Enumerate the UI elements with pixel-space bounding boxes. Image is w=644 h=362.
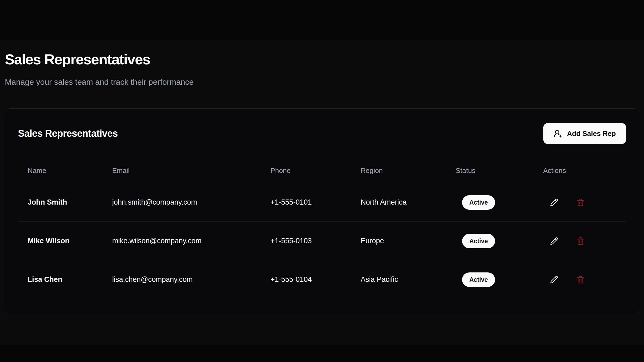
cell-phone: +1-555-0101 <box>261 183 351 222</box>
row-actions <box>550 237 616 245</box>
row-actions <box>550 198 616 207</box>
pencil-icon <box>550 237 558 245</box>
page-title: Sales Representatives <box>5 50 639 68</box>
column-header-name: Name <box>18 156 103 183</box>
trash-icon <box>576 276 584 284</box>
main-content: Sales Representatives Manage your sales … <box>0 40 644 345</box>
delete-button[interactable] <box>576 198 585 207</box>
table-body: John Smith john.smith@company.com +1-555… <box>18 183 626 299</box>
edit-button[interactable] <box>550 198 558 207</box>
add-sales-rep-button[interactable]: Add Sales Rep <box>543 123 626 144</box>
cell-region: Asia Pacific <box>351 260 446 299</box>
sales-reps-table: Name Email Phone Region Status Actions J… <box>18 156 626 299</box>
table-row: Lisa Chen lisa.chen@company.com +1-555-0… <box>18 260 626 299</box>
trash-icon <box>576 237 584 245</box>
status-badge: Active <box>462 234 495 248</box>
edit-button[interactable] <box>550 275 558 284</box>
add-sales-rep-label: Add Sales Rep <box>567 130 616 138</box>
user-round-plus-icon <box>554 129 562 138</box>
trash-icon <box>576 198 584 206</box>
status-badge: Active <box>462 195 495 210</box>
cell-name: Mike Wilson <box>18 222 103 260</box>
app-background: Sales Representatives Manage your sales … <box>0 0 644 362</box>
card-title: Sales Representatives <box>18 128 118 139</box>
column-header-actions: Actions <box>533 156 626 183</box>
cell-region: North America <box>351 183 446 222</box>
cell-email: john.smith@company.com <box>103 183 261 222</box>
cell-email: lisa.chen@company.com <box>103 260 261 299</box>
row-actions <box>550 275 616 284</box>
table-row: John Smith john.smith@company.com +1-555… <box>18 183 626 222</box>
page-subtitle: Manage your sales team and track their p… <box>5 77 639 87</box>
delete-button[interactable] <box>576 275 585 284</box>
pencil-icon <box>550 198 558 206</box>
cell-phone: +1-555-0103 <box>261 222 351 260</box>
table-row: Mike Wilson mike.wilson@company.com +1-5… <box>18 222 626 260</box>
cell-name: John Smith <box>18 183 103 222</box>
sales-reps-table-wrap: Name Email Phone Region Status Actions J… <box>5 156 639 299</box>
table-header: Name Email Phone Region Status Actions <box>18 156 626 183</box>
delete-button[interactable] <box>576 237 585 245</box>
column-header-email: Email <box>103 156 261 183</box>
edit-button[interactable] <box>550 237 558 245</box>
sales-reps-card: Sales Representatives Add Sales Rep <box>5 108 639 314</box>
status-badge: Active <box>462 272 495 287</box>
column-header-status: Status <box>446 156 533 183</box>
column-header-region: Region <box>351 156 446 183</box>
cell-phone: +1-555-0104 <box>261 260 351 299</box>
cell-name: Lisa Chen <box>18 260 103 299</box>
pencil-icon <box>550 276 558 284</box>
cell-region: Europe <box>351 222 446 260</box>
column-header-phone: Phone <box>261 156 351 183</box>
cell-email: mike.wilson@company.com <box>103 222 261 260</box>
card-header: Sales Representatives Add Sales Rep <box>5 109 639 144</box>
